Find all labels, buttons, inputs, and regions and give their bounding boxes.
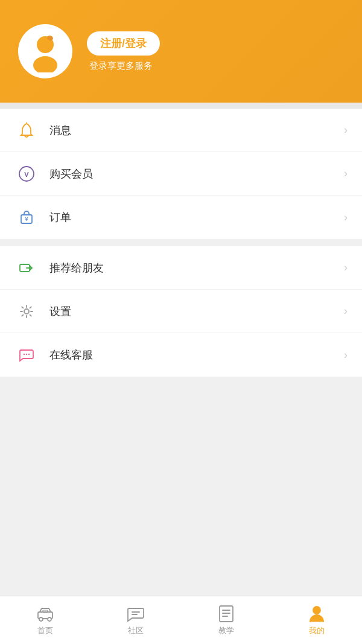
- svg-point-23: [313, 607, 320, 614]
- menu-item-messages[interactable]: 消息 ›: [0, 109, 362, 152]
- svg-text:V: V: [24, 171, 29, 178]
- bag-icon: ¥: [14, 205, 39, 229]
- service-arrow: ›: [344, 349, 348, 362]
- svg-point-11: [26, 354, 27, 355]
- nav-item-home[interactable]: 首页: [0, 605, 91, 636]
- service-label: 在线客服: [49, 348, 344, 362]
- login-register-button[interactable]: 注册/登录: [87, 31, 160, 56]
- nav-item-community[interactable]: 社区: [91, 605, 181, 636]
- svg-rect-19: [220, 606, 233, 622]
- orders-label: 订单: [49, 210, 344, 225]
- membership-arrow: ›: [344, 167, 348, 180]
- nav-item-teaching[interactable]: 教学: [181, 605, 272, 636]
- settings-arrow: ›: [344, 305, 348, 317]
- teaching-nav-label: 教学: [218, 625, 234, 636]
- car-icon: [36, 605, 54, 623]
- membership-label: 购买会员: [49, 167, 344, 181]
- svg-point-2: [33, 56, 57, 72]
- content-spacer: [0, 377, 362, 596]
- svg-rect-16: [43, 610, 48, 613]
- person-icon: [308, 605, 326, 623]
- orders-arrow: ›: [344, 211, 348, 224]
- svg-text:¥: ¥: [25, 216, 28, 222]
- recommend-label: 推荐给朋友: [49, 261, 344, 275]
- svg-point-15: [48, 617, 51, 621]
- home-nav-label: 首页: [37, 625, 53, 636]
- list-icon: [217, 605, 235, 623]
- bottom-navigation: 首页 社区 教学: [0, 596, 362, 644]
- bell-icon: [14, 118, 39, 142]
- recommend-arrow: ›: [344, 261, 348, 274]
- menu-item-orders[interactable]: ¥ 订单 ›: [0, 196, 362, 239]
- share-icon: [14, 256, 39, 280]
- header-info: 注册/登录 登录享更多服务: [87, 31, 160, 72]
- svg-point-14: [39, 617, 43, 621]
- menu-item-membership[interactable]: V 购买会员 ›: [0, 152, 362, 196]
- mine-nav-label: 我的: [309, 625, 325, 636]
- svg-point-12: [28, 354, 30, 355]
- speech-icon: [127, 605, 145, 623]
- settings-label: 设置: [49, 304, 344, 319]
- menu-section-2: 推荐给朋友 › 设置 › 在线客服 ›: [0, 246, 362, 377]
- nav-item-mine[interactable]: 我的: [272, 605, 362, 636]
- gear-icon: [14, 299, 39, 324]
- menu-section-1: 消息 › V 购买会员 › ¥ 订单 ›: [0, 109, 362, 239]
- avatar: [18, 24, 72, 78]
- menu-item-service[interactable]: 在线客服 ›: [0, 333, 362, 377]
- messages-label: 消息: [49, 123, 344, 138]
- section-gap: [0, 239, 362, 246]
- community-nav-label: 社区: [128, 625, 144, 636]
- menu-item-settings[interactable]: 设置 ›: [0, 290, 362, 333]
- svg-point-9: [24, 309, 29, 314]
- messages-arrow: ›: [344, 124, 348, 136]
- vip-icon: V: [14, 162, 39, 186]
- menu-item-recommend[interactable]: 推荐给朋友 ›: [0, 246, 362, 290]
- chat-icon: [14, 343, 39, 367]
- login-subtitle: 登录享更多服务: [89, 60, 160, 72]
- header: 注册/登录 登录享更多服务: [0, 0, 362, 103]
- section-divider-top: [0, 103, 362, 109]
- svg-point-10: [24, 354, 25, 355]
